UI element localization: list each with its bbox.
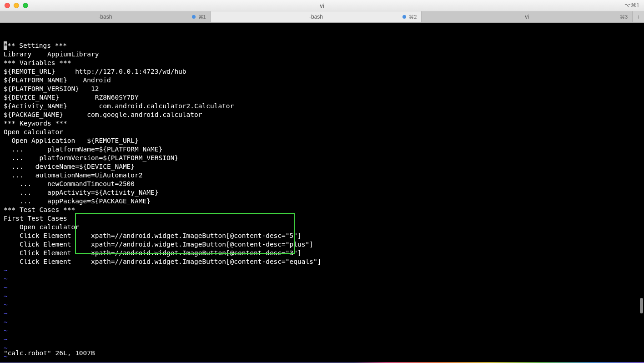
editor-body: *** Settings ***Library AppiumLibrary***… [0, 41, 644, 361]
vi-empty-line-tilde: ~ [0, 301, 644, 309]
editor-line: ${PLATFORM_NAME} Android [0, 76, 644, 85]
add-tab-button[interactable]: + [633, 11, 644, 22]
editor-line: ... platformVersion=${PLATFORM_VERSION} [0, 154, 644, 162]
vi-empty-line-tilde: ~ [0, 275, 644, 283]
editor-line: ... newCommandTimeout=2500 [0, 180, 644, 188]
editor-line: First Test Cases [0, 214, 644, 223]
dirty-indicator-icon [192, 15, 196, 19]
editor-line: Click Element xpath=//android.widget.Ima… [0, 257, 644, 266]
editor-line: Open calculator [0, 223, 644, 232]
editor-line: ${REMOTE_URL} http://127.0.0.1:4723/wd/h… [0, 67, 644, 76]
editor-line: ${PACKAGE_NAME} com.google.android.calcu… [0, 111, 644, 119]
editor-line: *** Variables *** [0, 59, 644, 67]
tab-vi[interactable]: vi ⌘3 [422, 11, 633, 22]
vi-status-line: "calc.robot" 26L, 1007B [4, 349, 95, 358]
tab-bash-1[interactable]: -bash ⌘1 [0, 11, 211, 22]
vi-empty-line-tilde: ~ [0, 327, 644, 335]
tab-bar: -bash ⌘1 -bash ⌘2 vi ⌘3 + [0, 11, 644, 23]
tab-shortcut: ⌘2 [402, 14, 417, 20]
editor-line: Click Element xpath=//android.widget.Ima… [0, 232, 644, 240]
editor-line: ${DEVICE_NAME} RZ8N60SY7DY [0, 93, 644, 102]
editor-line: *** Test Cases *** [0, 206, 644, 214]
window-titlebar: vi ⌥⌘1 [0, 0, 644, 11]
editor-line: Click Element xpath=//android.widget.Ima… [0, 249, 644, 257]
editor-line: ${PLATFORM_VERSION} 12 [0, 85, 644, 93]
minimize-window-button[interactable] [14, 3, 19, 8]
dirty-indicator-icon [402, 15, 406, 19]
vi-empty-line-tilde: ~ [0, 353, 644, 361]
editor-line: Click Element xpath=//android.widget.Ima… [0, 240, 644, 249]
editor-line: ${Activity_NAME} com.android.calculator2… [0, 102, 644, 111]
vi-empty-line-tilde: ~ [0, 318, 644, 327]
editor-line: ... deviceName=${DEVICE_NAME} [0, 162, 644, 171]
editor-line: *** Settings *** [0, 41, 644, 50]
editor-line: Library AppiumLibrary [0, 50, 644, 59]
editor-line: ... platformName=${PLATFORM_NAME} [0, 145, 644, 154]
zoom-window-button[interactable] [23, 3, 28, 8]
window-shortcut: ⌥⌘1 [624, 2, 639, 9]
traffic-lights-group [0, 3, 28, 8]
vi-empty-line-tilde: ~ [0, 283, 644, 292]
vertical-scrollbar[interactable] [640, 298, 643, 313]
tab-label: vi [525, 14, 529, 20]
tab-bash-2[interactable]: -bash ⌘2 [211, 11, 422, 22]
tab-shortcut: ⌘3 [620, 14, 628, 20]
vi-empty-line-tilde: ~ [0, 309, 644, 318]
tab-label: -bash [98, 14, 112, 20]
vi-empty-line-tilde: ~ [0, 266, 644, 275]
cursor-block: * [4, 41, 7, 50]
tab-shortcut: ⌘1 [192, 14, 206, 20]
vi-empty-line-tilde: ~ [0, 344, 644, 353]
vi-empty-line-tilde: ~ [0, 335, 644, 344]
editor-line: ... appActivity=${Activity_NAME} [0, 188, 644, 197]
vi-empty-line-tilde: ~ [0, 292, 644, 301]
editor-line: Open Application ${REMOTE_URL} [0, 136, 644, 145]
editor-line: *** Keywords *** [0, 119, 644, 128]
editor-line: ... appPackage=${PACKAGE_NAME} [0, 197, 644, 206]
close-window-button[interactable] [5, 3, 10, 8]
editor-line: ... automationName=UiAutomator2 [0, 171, 644, 180]
editor-line: Open calculator [0, 128, 644, 136]
terminal-viewport[interactable]: *** Settings ***Library AppiumLibrary***… [0, 23, 644, 363]
window-title: vi [320, 2, 324, 9]
tab-label: -bash [309, 14, 323, 20]
